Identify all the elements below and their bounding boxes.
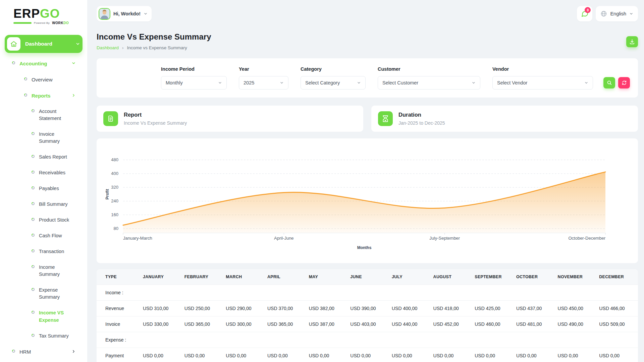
messages-button[interactable]: 0: [577, 6, 592, 21]
workdo-brand: WORKDO: [52, 21, 69, 25]
column-header: JUNE: [347, 269, 389, 285]
filter-label: Category: [301, 66, 366, 72]
app-root: ERPGO Powered By WORKDO Dashboard Accoun…: [0, 0, 644, 362]
sidebar-item-income-vs-expense[interactable]: Income VS Expense: [0, 305, 87, 328]
apply-filters-button[interactable]: [603, 77, 615, 88]
app-logo[interactable]: ERPGO Powered By WORKDO: [0, 5, 87, 25]
column-header: MAY: [306, 269, 348, 285]
sidebar-item-label: Tax Summary: [39, 333, 69, 340]
column-header: OCTOBER: [514, 269, 555, 285]
language-selector[interactable]: English: [596, 6, 638, 21]
sidebar-item-reports[interactable]: Reports: [0, 88, 87, 104]
selected-value: Select Category: [305, 80, 340, 85]
sidebar-item-label: Invoice Summary: [39, 131, 74, 145]
table-row: InvoiceUSD 330,00USD 365,00USD 300,00USD…: [97, 316, 638, 332]
sidebar-item-invoice-summary[interactable]: Invoice Summary: [0, 126, 87, 149]
table-cell: USD 452,00: [431, 316, 472, 332]
home-icon: [7, 37, 20, 51]
sidebar-item-bill-summary[interactable]: Bill Summary: [0, 196, 87, 212]
filter-field-income-period: Income Period Monthly: [161, 66, 227, 89]
breadcrumb-dashboard-link[interactable]: Dashboard: [97, 45, 119, 50]
sidebar-item-accounting[interactable]: Accounting: [0, 56, 87, 72]
table-cell: USD 481,00: [514, 316, 555, 332]
column-header: SEPTEMBER: [472, 269, 514, 285]
section-label: Income :: [97, 285, 638, 301]
sidebar-item-account-statement[interactable]: Account Statement: [0, 104, 87, 126]
sidebar-item-payables[interactable]: Payables: [0, 181, 87, 196]
table-cell: USD 0,00: [389, 348, 431, 362]
refresh-icon: [622, 80, 627, 85]
bullet-icon: [32, 202, 35, 205]
globe-icon: [600, 10, 607, 17]
messages-count-badge: 0: [585, 7, 591, 13]
report-document-icon: [103, 111, 118, 126]
filter-actions: [603, 77, 630, 89]
reset-filters-button[interactable]: [618, 77, 630, 88]
selected-value: 2025: [244, 80, 254, 85]
sidebar-item-label: Expense Summary: [39, 287, 74, 301]
table-cell: USD 370,00: [265, 301, 306, 316]
user-menu-button[interactable]: Hi, Workdo!: [97, 6, 152, 21]
report-card-subtitle: Income Vs Expense Summary: [124, 120, 187, 126]
select-category[interactable]: Select Category: [301, 76, 366, 89]
sidebar-item-label: Payables: [39, 185, 59, 192]
select-income-period[interactable]: Monthly: [161, 76, 227, 89]
sidebar-item-overview[interactable]: Overview: [0, 72, 87, 88]
export-download-button[interactable]: [626, 36, 638, 47]
sidebar-item-receivables[interactable]: Receivables: [0, 165, 87, 181]
table-cell: USD 0,00: [347, 348, 389, 362]
svg-text:January-March: January-March: [123, 236, 152, 241]
filter-field-vendor: Vendor Select Vendor: [492, 66, 593, 89]
powered-by-text: Powered By: [34, 21, 50, 24]
column-header: MARCH: [223, 269, 265, 285]
sidebar-item-label: Sales Report: [39, 154, 67, 161]
breadcrumb-separator-icon: ›: [122, 45, 123, 50]
svg-text:80: 80: [114, 226, 118, 231]
sidebar-nav: Accounting Overview Reports Account Stat…: [0, 56, 87, 362]
sidebar-item-product-stock[interactable]: Product Stock: [0, 212, 87, 228]
sidebar-item-sales-report[interactable]: Sales Report: [0, 149, 87, 165]
table-cell: USD 466,00: [596, 301, 638, 316]
table-cell: USD 0,00: [555, 348, 597, 362]
chevron-down-icon: [218, 81, 222, 85]
sidebar-item-crm[interactable]: CRM: [0, 360, 87, 362]
duration-card-range: Jan-2025 to Dec-2025: [398, 120, 445, 126]
sidebar-item-label: Overview: [32, 76, 53, 83]
column-header: TYPE: [97, 269, 140, 285]
breadcrumb-current: Income vs Expense Summary: [127, 45, 187, 50]
sidebar-item-expense-summary[interactable]: Expense Summary: [0, 282, 87, 305]
filter-label: Year: [239, 66, 288, 72]
download-icon: [629, 39, 635, 45]
selected-value: Select Vendor: [497, 80, 527, 85]
table-cell: USD 0,00: [140, 348, 182, 362]
table-cell: USD 0,00: [596, 348, 638, 362]
workdo-do-text: DO: [63, 21, 69, 25]
chevron-down-icon: [584, 81, 588, 85]
sidebar-item-tax-summary[interactable]: Tax Summary: [0, 328, 87, 344]
sidebar-item-income-summary[interactable]: Income Summary: [0, 259, 87, 282]
sidebar-item-label: Cash Flow: [39, 232, 62, 239]
sidebar-item-transaction[interactable]: Transaction: [0, 244, 87, 259]
logo-underline-bar: [13, 22, 32, 24]
table-cell: USD 365,00: [265, 316, 306, 332]
duration-card: Duration Jan-2025 to Dec-2025: [371, 106, 638, 132]
bullet-icon: [32, 109, 35, 112]
sidebar-item-cash-flow[interactable]: Cash Flow: [0, 228, 87, 244]
select-customer[interactable]: Select Customer: [378, 76, 480, 89]
row-type: Payment: [97, 348, 140, 362]
table-cell: USD 400,00: [389, 301, 431, 316]
select-year[interactable]: 2025: [239, 76, 288, 89]
table-cell: USD 0,00: [265, 348, 306, 362]
sidebar-item-hrm[interactable]: HRM: [0, 344, 87, 360]
select-vendor[interactable]: Select Vendor: [492, 76, 593, 89]
duration-card-title: Duration: [398, 112, 445, 118]
filter-label: Customer: [378, 66, 480, 72]
svg-text:April-June: April-June: [274, 236, 294, 241]
logo-go-text: GO: [40, 7, 60, 20]
sidebar-item-dashboard[interactable]: Dashboard: [5, 35, 83, 53]
table-header-row: TYPEJANUARYFEBRUARYMARCHAPRILMAYJUNEJULY…: [97, 269, 638, 285]
chevron-right-icon: [71, 349, 76, 354]
main-content: Hi, Workdo! 0 English Income Vs Expense …: [87, 0, 644, 362]
svg-text:240: 240: [111, 198, 118, 203]
section-label: Expense :: [97, 332, 638, 348]
